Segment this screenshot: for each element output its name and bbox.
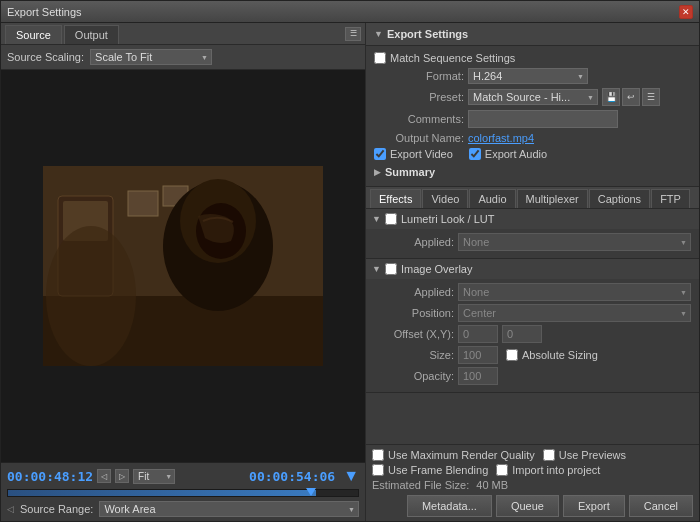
tab-source[interactable]: Source [5,25,62,44]
image-overlay-section: ▼ Image Overlay Applied: None [366,259,699,393]
image-overlay-checkbox[interactable] [385,263,397,275]
output-name-link[interactable]: colorfast.mp4 [468,132,534,144]
use-previews-label[interactable]: Use Previews [543,449,626,461]
tab-captions[interactable]: Captions [589,189,650,208]
comments-input[interactable] [468,110,618,128]
absolute-sizing-label[interactable]: Absolute Sizing [506,349,598,361]
output-name-label: Output Name: [374,132,464,144]
source-range-select[interactable]: Work Area Entire Sequence Custom [99,501,359,517]
preset-controls: Match Source - Hi... Match Source - Med … [468,88,660,106]
preset-select-wrapper: Match Source - Hi... Match Source - Med … [468,89,598,105]
export-video-checkbox[interactable] [374,148,386,160]
left-panel: Source Output ☰ Source Scaling: Scale To… [1,23,366,521]
title-bar-controls: ✕ [679,5,693,19]
file-size-row: Estimated File Size: 40 MB [372,479,693,491]
max-render-checkbox[interactable] [372,449,384,461]
overlay-size-label: Size: [374,349,454,361]
frame-blending-checkbox[interactable] [372,464,384,476]
export-video-label[interactable]: Export Video [374,148,453,160]
overlay-position-label: Position: [374,307,454,319]
tab-video[interactable]: Video [422,189,468,208]
lumetri-section: ▼ Lumetri Look / LUT Applied: None [366,209,699,259]
export-audio-text: Export Audio [485,148,547,160]
tab-multiplexer[interactable]: Multiplexer [517,189,588,208]
lumetri-applied-select-wrapper: None [458,233,691,251]
fit-select-wrapper: Fit 25% 50% 75% 100% [133,469,175,484]
lumetri-header[interactable]: ▼ Lumetri Look / LUT [366,209,699,229]
match-sequence-checkbox[interactable] [374,52,386,64]
transport-prev-btn[interactable]: ◁ [97,469,111,483]
transport-next-btn[interactable]: ▷ [115,469,129,483]
overlay-offset-y-input[interactable] [502,325,542,343]
image-overlay-arrow: ▼ [372,264,381,274]
source-scaling-select[interactable]: Scale To Fit Scale To Fill Stretch To Fi… [90,49,212,65]
lumetri-checkbox[interactable] [385,213,397,225]
metadata-button[interactable]: Metadata... [407,495,492,517]
panel-menu-button[interactable]: ☰ [345,27,361,41]
cancel-button[interactable]: Cancel [629,495,693,517]
progress-bar[interactable] [7,489,359,497]
tab-ftp[interactable]: FTP [651,189,690,208]
image-overlay-header[interactable]: ▼ Image Overlay [366,259,699,279]
tab-effects[interactable]: Effects [370,189,421,208]
save-preset-button[interactable]: 💾 [602,88,620,106]
absolute-sizing-text: Absolute Sizing [522,349,598,361]
import-project-checkbox[interactable] [496,464,508,476]
overlay-opacity-label: Opacity: [374,370,454,382]
overlay-size-input[interactable] [458,346,498,364]
use-previews-text: Use Previews [559,449,626,461]
overlay-applied-select-wrapper: None [458,283,691,301]
overlay-size-row: Size: Absolute Sizing [374,346,691,364]
export-audio-label[interactable]: Export Audio [469,148,547,160]
preview-image [43,166,323,366]
queue-button[interactable]: Queue [496,495,559,517]
bottom-options: Use Maximum Render Quality Use Previews … [366,444,699,521]
overlay-position-row: Position: Center Top Left Top Right Bott… [374,304,691,322]
source-scaling-label: Source Scaling: [7,51,84,63]
range-start-icon: ◁ [7,504,14,514]
lumetri-applied-select[interactable]: None [458,233,691,251]
preset-select[interactable]: Match Source - Hi... Match Source - Med … [468,89,598,105]
export-audio-checkbox[interactable] [469,148,481,160]
export-video-text: Export Video [390,148,453,160]
svg-point-10 [46,226,136,366]
import-project-label[interactable]: Import into project [496,464,600,476]
match-sequence-checkbox-label[interactable]: Match Sequence Settings [374,52,515,64]
tab-output[interactable]: Output [64,25,119,44]
preset-menu-button[interactable]: ☰ [642,88,660,106]
overlay-position-select-wrapper: Center Top Left Top Right Bottom Left Bo… [458,304,691,322]
source-scaling-select-wrapper: Scale To Fit Scale To Fill Stretch To Fi… [90,49,212,65]
export-button[interactable]: Export [563,495,625,517]
preview-svg [43,166,323,366]
absolute-sizing-checkbox[interactable] [506,349,518,361]
close-button[interactable]: ✕ [679,5,693,19]
overlay-applied-select[interactable]: None [458,283,691,301]
use-previews-checkbox[interactable] [543,449,555,461]
max-render-label[interactable]: Use Maximum Render Quality [372,449,535,461]
delete-preset-button[interactable]: ↩ [622,88,640,106]
output-name-row: Output Name: colorfast.mp4 [374,132,691,144]
frame-blending-text: Use Frame Blending [388,464,488,476]
marker-icon: ▼ [343,467,359,485]
source-range-select-wrapper: Work Area Entire Sequence Custom [99,501,359,517]
summary-arrow: ▶ [374,167,381,177]
tab-audio[interactable]: Audio [469,189,515,208]
overlay-applied-label: Applied: [374,286,454,298]
overlay-position-select[interactable]: Center Top Left Top Right Bottom Left Bo… [458,304,691,322]
preset-row: Preset: Match Source - Hi... Match Sourc… [374,88,691,106]
format-select[interactable]: H.264 H.265 MPEG2 QuickTime [468,68,588,84]
effects-content: ▼ Lumetri Look / LUT Applied: None [366,209,699,444]
tab-icons: ☰ [345,27,361,43]
overlay-opacity-input[interactable] [458,367,498,385]
overlay-offset-x-input[interactable] [458,325,498,343]
fit-select[interactable]: Fit 25% 50% 75% 100% [133,469,175,484]
format-select-wrapper: H.264 H.265 MPEG2 QuickTime [468,68,588,84]
frame-blending-label[interactable]: Use Frame Blending [372,464,488,476]
overlay-applied-row: Applied: None [374,283,691,301]
effects-tabs: Effects Video Audio Multiplexer Captions… [366,187,699,209]
lumetri-applied-label: Applied: [374,236,454,248]
source-scaling-row: Source Scaling: Scale To Fit Scale To Fi… [1,45,365,70]
export-settings-header: ▼ Export Settings [366,23,699,46]
preview-area [1,70,365,462]
overlay-opacity-row: Opacity: [374,367,691,385]
